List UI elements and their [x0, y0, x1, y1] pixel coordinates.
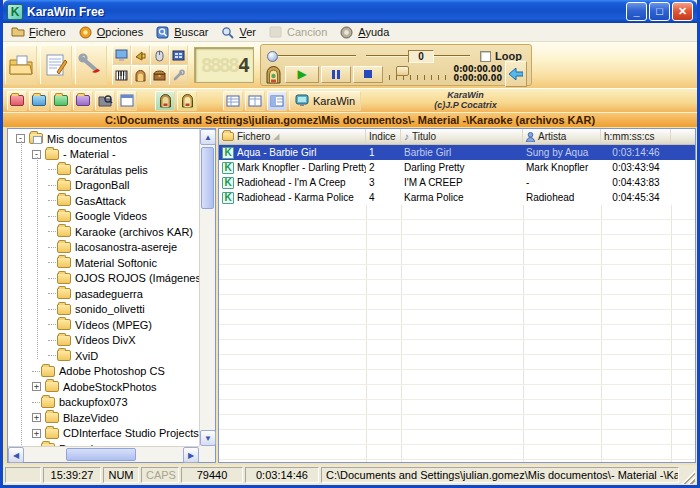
tree-item-label: pasadeguerra: [75, 288, 143, 300]
resize-grip[interactable]: [681, 470, 695, 484]
tree-item-label: - Material -: [63, 148, 116, 160]
play-button[interactable]: ▶: [285, 66, 319, 83]
menu-buscar[interactable]: Buscar: [152, 23, 217, 41]
menu-fichero[interactable]: Fichero: [7, 23, 75, 41]
view-split-button[interactable]: [267, 91, 287, 111]
jukebox-green-icon: [159, 93, 172, 108]
menu-ayuda[interactable]: Ayuda: [336, 23, 398, 41]
wrench-button[interactable]: [169, 65, 188, 85]
song-icon: [269, 26, 283, 38]
folder-icon: [57, 319, 71, 330]
playback-panel: 0 Loop ▶ 0:00:00.00 0:00:00.00: [260, 44, 532, 86]
close-button[interactable]: ✕: [672, 2, 693, 21]
video-button[interactable]: [169, 45, 188, 65]
tree-item[interactable]: -Mis documentos: [8, 131, 199, 147]
folder-icon: [41, 443, 55, 446]
expand-icon[interactable]: +: [32, 429, 41, 438]
column-header-indice[interactable]: Indice: [366, 129, 401, 144]
tree-horizontal-scrollbar[interactable]: ◀ ▶: [8, 446, 199, 462]
song-artist-cell: Radiohead: [523, 190, 601, 205]
column-header-time[interactable]: h:mm:ss:cs: [601, 129, 671, 144]
piano-button[interactable]: [112, 65, 131, 85]
monitor-button[interactable]: [112, 45, 131, 65]
horizontal-scroll-track[interactable]: [24, 447, 183, 462]
vertical-scroll-track[interactable]: [200, 145, 215, 430]
position-value-box[interactable]: 0: [408, 50, 434, 63]
pause-button[interactable]: [321, 66, 351, 83]
status-bar: 15:39:27 NUM CAPS 79440 0:03:14:46 C:\Do…: [3, 465, 697, 485]
jukebox-yellow-button[interactable]: [177, 91, 197, 111]
blue-folder-button[interactable]: [29, 91, 49, 111]
led-value: 4: [238, 53, 250, 77]
volume-slider-knob[interactable]: [267, 51, 278, 62]
scroll-left-button[interactable]: ◀: [8, 447, 24, 463]
tree-connector: [48, 200, 56, 201]
column-header-titulo[interactable]: ♪ Titulo: [401, 129, 523, 144]
position-slider-track[interactable]: [366, 55, 408, 57]
karawin-button[interactable]: KaraWin: [289, 91, 361, 111]
red-folder-button[interactable]: [7, 91, 27, 111]
seek-slider[interactable]: [389, 68, 450, 80]
stop-button[interactable]: [353, 66, 383, 83]
column-header-artista[interactable]: Artista: [523, 129, 601, 144]
tree-item[interactable]: +CDInterface Studio Projects: [8, 426, 199, 442]
small-toolbar-group: [112, 45, 188, 85]
tree-item[interactable]: backupfox073: [8, 395, 199, 411]
menu-opciones[interactable]: Opciones: [75, 23, 152, 41]
tree-item[interactable]: +BlazeVideo: [8, 410, 199, 426]
seek-slider-knob[interactable]: [396, 66, 409, 76]
playlist-edit-button[interactable]: [40, 45, 72, 85]
position-slider-track2[interactable]: [434, 55, 470, 57]
minimize-button[interactable]: _: [626, 2, 647, 21]
window-view-button[interactable]: [117, 91, 137, 111]
column-label: Indice: [369, 131, 396, 142]
expand-icon[interactable]: +: [32, 382, 41, 391]
tree-vertical-scrollbar[interactable]: ▲ ▼: [199, 129, 215, 446]
tree-item[interactable]: Docs de programas: [8, 441, 199, 446]
menu-cancion: Cancion: [265, 23, 336, 41]
expand-icon[interactable]: +: [32, 413, 41, 422]
purple-folder-icon: [76, 95, 90, 106]
tools-button[interactable]: [75, 45, 107, 85]
tree-guide-line: [21, 141, 22, 446]
tree-item[interactable]: +AdobeStockPhotos: [8, 379, 199, 395]
song-row[interactable]: KRadiohead - I'm A Creep3I'M A CREEP-0:0…: [219, 175, 695, 190]
chest-button[interactable]: [150, 65, 169, 85]
status-caps-lock: CAPS: [141, 467, 179, 483]
column-label: Titulo: [412, 131, 436, 142]
loop-checkbox[interactable]: [480, 51, 491, 62]
view-details-button[interactable]: [245, 91, 265, 111]
song-row[interactable]: KAqua - Barbie Girl1Barbie GirlSung by A…: [219, 145, 695, 160]
song-row[interactable]: KRadiohead - Karma Police4Karma PoliceRa…: [219, 190, 695, 205]
purple-folder-button[interactable]: [73, 91, 93, 111]
tree-item-label: Carátulas pelis: [75, 164, 148, 176]
jukebox-green-button[interactable]: [155, 91, 175, 111]
jukebox-small-button[interactable]: [131, 65, 150, 85]
my-documents-icon: [29, 133, 43, 144]
open-folder-button[interactable]: [5, 45, 37, 85]
tree-connector: [32, 402, 40, 403]
view-list-button[interactable]: [223, 91, 243, 111]
scroll-down-button[interactable]: ▼: [200, 430, 216, 446]
scroll-up-button[interactable]: ▲: [200, 129, 216, 145]
tree-item[interactable]: Adobe Photoshop CS: [8, 364, 199, 380]
column-label: h:mm:ss:cs: [604, 131, 655, 142]
volume-slider-track[interactable]: [278, 55, 356, 57]
scroll-right-button[interactable]: ▶: [183, 447, 199, 463]
previous-button[interactable]: [505, 61, 527, 87]
folder-search-icon: [98, 94, 113, 107]
vertical-scroll-thumb[interactable]: [201, 147, 214, 209]
green-folder-button[interactable]: [51, 91, 71, 111]
horizontal-scroll-thumb[interactable]: [66, 448, 136, 461]
maximize-button[interactable]: □: [649, 2, 670, 21]
title-column-icon: ♪: [404, 131, 409, 142]
song-row[interactable]: KMark Knopfler - Darling Pretty2Darling …: [219, 160, 695, 175]
mouse-button[interactable]: [150, 45, 169, 65]
folder-search-button[interactable]: [95, 91, 115, 111]
horn-button[interactable]: [131, 45, 150, 65]
folder-tree-panel: -Mis documentos-- Material -Carátulas pe…: [7, 128, 216, 463]
menu-ver[interactable]: Ver: [217, 23, 265, 41]
column-header-fichero[interactable]: Fichero ◢: [219, 129, 366, 144]
column-label: Artista: [538, 131, 566, 142]
tree-item-label: Mis documentos: [47, 133, 127, 145]
